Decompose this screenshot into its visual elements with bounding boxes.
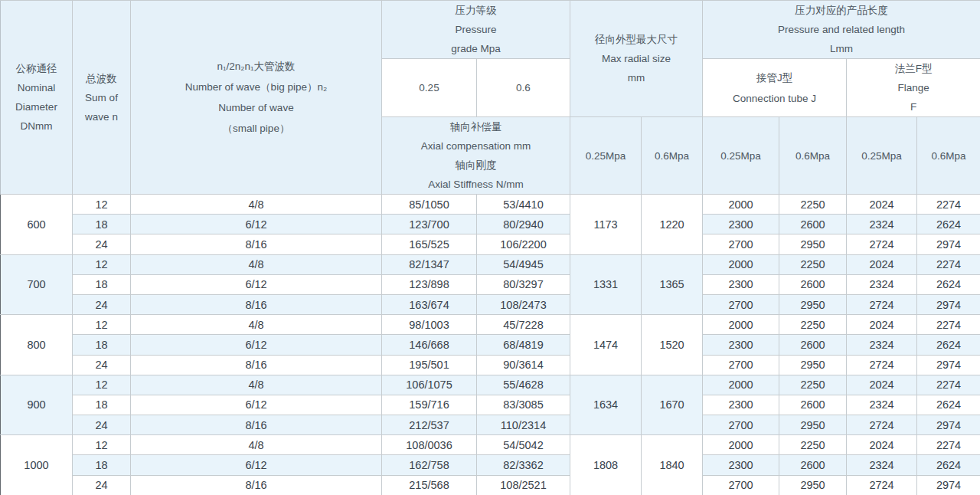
axial-comp-025-cell: 162/758 — [382, 455, 477, 475]
header-line: 总波数 — [73, 69, 130, 88]
length-flange-06-cell: 2974 — [917, 475, 980, 495]
length-flange-06-cell: 2974 — [917, 355, 980, 375]
length-tube-06-cell: 2950 — [779, 355, 847, 375]
radial-size-06-cell: 1220 — [642, 195, 703, 255]
length-flange-06-cell: 2624 — [917, 274, 980, 294]
wave-number-cell: 4/8 — [131, 254, 382, 274]
wave-number-cell: 8/16 — [131, 475, 382, 495]
header-sum-of-wave: 总波数 Sum of wave n — [73, 1, 131, 195]
wave-number-cell: 8/16 — [131, 294, 382, 314]
sum-wave-cell: 12 — [73, 315, 131, 335]
length-tube-025-cell: 2000 — [703, 435, 779, 455]
length-tube-025-cell: 2700 — [703, 294, 779, 314]
length-tube-06-cell: 2950 — [779, 415, 847, 435]
length-tube-025-cell: 2300 — [703, 455, 779, 475]
length-tube-06-cell: 2250 — [779, 195, 847, 215]
radial-size-025-cell: 1474 — [570, 315, 642, 375]
length-tube-025-cell: 2700 — [703, 415, 779, 435]
length-flange-025-cell: 2324 — [847, 395, 917, 415]
sum-wave-cell: 12 — [73, 375, 131, 395]
sum-wave-cell: 12 — [73, 195, 131, 215]
wave-number-cell: 6/12 — [131, 395, 382, 415]
wave-number-cell: 6/12 — [131, 455, 382, 475]
table-header: 公称通径 Nominal Diameter DNmm 总波数 Sum of wa… — [1, 1, 980, 195]
length-flange-06-cell: 2624 — [917, 215, 980, 234]
axial-comp-06-cell: 45/7228 — [477, 315, 570, 335]
axial-comp-06-cell: 53/4410 — [477, 195, 570, 215]
table-row: 600124/885/105053/4410117312202000225020… — [1, 195, 980, 215]
header-line: 法兰F型 — [847, 59, 980, 78]
length-tube-06-cell: 2950 — [779, 475, 847, 495]
sum-wave-cell: 12 — [73, 254, 131, 274]
radial-size-06-cell: 1365 — [642, 254, 703, 315]
wave-number-cell: 4/8 — [131, 195, 382, 215]
axial-comp-06-cell: 108/2521 — [477, 475, 570, 495]
length-flange-025-cell: 2724 — [847, 415, 917, 435]
length-tube-06-cell: 2250 — [779, 254, 847, 274]
length-flange-025-cell: 2724 — [847, 355, 917, 375]
header-pressure-grade: 压力等级 Pressure grade Mpa — [382, 1, 570, 59]
sum-wave-cell: 18 — [73, 395, 131, 415]
length-flange-06-cell: 2274 — [917, 195, 980, 215]
header-pressure-06: 0.6 — [477, 59, 570, 117]
length-tube-06-cell: 2600 — [779, 215, 847, 234]
length-tube-025-cell: 2300 — [703, 335, 779, 355]
length-flange-025-cell: 2724 — [847, 234, 917, 254]
spec-table: 公称通径 Nominal Diameter DNmm 总波数 Sum of wa… — [0, 0, 980, 495]
length-flange-025-cell: 2724 — [847, 475, 917, 495]
length-flange-025-cell: 2024 — [847, 435, 917, 455]
table-row: 248/16163/674108/24732700295027242974 — [1, 294, 980, 314]
sum-wave-cell: 24 — [73, 355, 131, 375]
table-body: 600124/885/105053/4410117312202000225020… — [1, 195, 980, 495]
axial-comp-06-cell: 80/2940 — [477, 215, 570, 234]
table-row: 248/16165/525106/22002700295027242974 — [1, 234, 980, 254]
table-row: 700124/882/134754/4945133113652000225020… — [1, 254, 980, 274]
header-line: 公称通径 — [1, 59, 72, 78]
radial-size-06-cell: 1670 — [642, 375, 703, 435]
axial-comp-025-cell: 106/1075 — [382, 375, 477, 395]
axial-comp-025-cell: 146/668 — [382, 335, 477, 355]
length-tube-06-cell: 2250 — [779, 315, 847, 335]
dn-cell: 600 — [1, 195, 73, 255]
length-tube-025-cell: 2000 — [703, 195, 779, 215]
header-line: Pressure and related length — [703, 20, 980, 39]
header-number-of-wave: n₁/2n₂n₁大管波数 Number of wave（big pipe）n₂ … — [131, 1, 382, 195]
wave-number-cell: 6/12 — [131, 274, 382, 294]
wave-number-cell: 8/16 — [131, 355, 382, 375]
header-line: n₁/2n₂n₁大管波数 — [131, 56, 381, 77]
header-radial-025mpa: 0.25Mpa — [570, 117, 642, 195]
length-flange-06-cell: 2274 — [917, 254, 980, 274]
header-tube-06mpa: 0.6Mpa — [779, 117, 847, 195]
length-tube-06-cell: 2950 — [779, 294, 847, 314]
header-line: grade Mpa — [382, 39, 570, 58]
header-line: 压力等级 — [382, 1, 570, 20]
table-row: 248/16215/568108/25212700295027242974 — [1, 475, 980, 495]
sum-wave-cell: 12 — [73, 435, 131, 455]
header-line: Axial Stiffness N/mm — [382, 175, 570, 194]
header-connection-tube-j: 接管J型 Connection tube J — [703, 59, 847, 117]
header-line: 轴向刚度 — [382, 156, 570, 175]
wave-number-cell: 4/8 — [131, 435, 382, 455]
axial-comp-06-cell: 90/3614 — [477, 355, 570, 375]
wave-number-cell: 6/12 — [131, 215, 382, 234]
header-max-radial-size: 径向外型最大尺寸 Max radial size mm — [570, 1, 703, 117]
length-flange-025-cell: 2024 — [847, 315, 917, 335]
length-flange-025-cell: 2324 — [847, 335, 917, 355]
length-flange-06-cell: 2624 — [917, 335, 980, 355]
dn-cell: 800 — [1, 315, 73, 375]
header-line: Pressure — [382, 20, 570, 39]
axial-comp-025-cell: 108/0036 — [382, 435, 477, 455]
header-line: （small pipe） — [131, 118, 381, 139]
radial-size-06-cell: 1520 — [642, 315, 703, 375]
table-row: 186/12159/71683/30852300260023242624 — [1, 395, 980, 415]
length-flange-06-cell: 2274 — [917, 375, 980, 395]
sum-wave-cell: 18 — [73, 215, 131, 234]
table-row: 186/12162/75882/33622300260023242624 — [1, 455, 980, 475]
length-tube-06-cell: 2600 — [779, 395, 847, 415]
wave-number-cell: 8/16 — [131, 234, 382, 254]
axial-comp-06-cell: 54/5042 — [477, 435, 570, 455]
header-pressure-related-length: 压力对应的产品长度 Pressure and related length Lm… — [703, 1, 980, 59]
header-line: Diameter — [1, 97, 72, 116]
header-line: Flange — [847, 78, 980, 97]
table-row: 248/16212/537110/23142700295027242974 — [1, 415, 980, 435]
